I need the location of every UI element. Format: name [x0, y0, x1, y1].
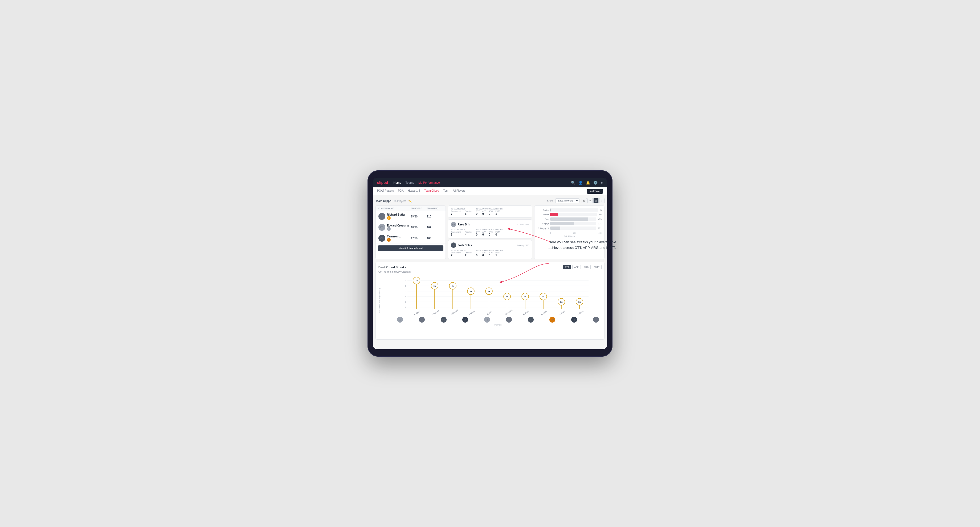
player-details: Richard Butler 1	[387, 213, 405, 220]
card-name: RB Rees Britt	[451, 222, 470, 227]
svg-text:R. Butler: R. Butler	[558, 310, 566, 315]
add-team-button[interactable]: Add Team	[587, 189, 603, 194]
player-cards: Total Rounds Tournament 7 Practice	[448, 205, 532, 259]
bronze-badge: 3	[387, 238, 391, 242]
player-badge: 1	[387, 216, 405, 220]
bar-track	[550, 208, 598, 211]
svg-text:7x: 7x	[415, 279, 418, 282]
show-select[interactable]: Last 3 months	[555, 198, 579, 203]
player-card-0[interactable]: Total Rounds Tournament 7 Practice	[448, 205, 532, 218]
nav-my-performance[interactable]: My Performance	[418, 181, 440, 185]
table-row[interactable]: RB Richard Butler 1	[376, 211, 445, 222]
player-details: Cameron... 3	[387, 235, 401, 242]
view-leaderboard-button[interactable]: View Full Leaderboard	[378, 245, 444, 251]
filter-putt[interactable]: PUTT	[592, 265, 601, 269]
tablet-screen: clippd Home Teams My Performance 🔍 👤 🔔 ⚙…	[373, 178, 607, 349]
bar-track	[550, 217, 596, 221]
col-pb-avg: PB AVG SQ	[427, 207, 443, 210]
svg-text:3x: 3x	[560, 301, 563, 303]
subnav-links: PGAT Players PGA Hcaps 1-5 Team Clippd T…	[377, 189, 465, 193]
streaks-title: Best Round Streaks	[379, 266, 406, 269]
edit-icon[interactable]: ✏️	[408, 200, 412, 203]
card-rounds: Total Rounds Tournament 8 Practice	[451, 229, 472, 236]
svg-text:5x: 5x	[470, 290, 472, 292]
bar-label: Eagles	[537, 209, 549, 211]
svg-text:R. Britt: R. Britt	[487, 311, 493, 315]
player-info-0: RB Richard Butler 1	[379, 213, 411, 220]
x-axis-title: Players	[395, 324, 601, 326]
gold-badge: 1	[387, 216, 391, 220]
navbar-actions: 🔍 👤 🔔 ⚙️ ●	[571, 181, 603, 185]
card-activities: Total Practice Activities OTT 0 APP	[476, 249, 503, 257]
player-details: Edward Crossman 2	[387, 224, 410, 231]
subnav-all-players[interactable]: All Players	[453, 189, 465, 193]
view-icons: ⊞ ≡ ⊟ ↓	[582, 198, 605, 203]
bar-value: 311	[598, 222, 601, 225]
nav-teams[interactable]: Teams	[406, 181, 414, 185]
svg-text:C. Quick: C. Quick	[577, 310, 584, 315]
bar-value: 499	[598, 218, 601, 221]
subnav-pgat[interactable]: PGAT Players	[377, 189, 394, 193]
bar-row: Pars499	[537, 217, 601, 221]
card-stats-right: Total Practice Activities OTT 0 APP	[476, 208, 503, 215]
svg-text:B. McHerg: B. McHerg	[431, 310, 440, 315]
player-list-header: PLAYER NAME PB SCORE PB AVG SQ	[376, 206, 445, 211]
svg-text:E. Ebert: E. Ebert	[414, 310, 420, 315]
detail-view-icon[interactable]: ⊟	[593, 198, 599, 203]
bar-fill	[550, 227, 560, 230]
card-activities: Total Practice Activities OTT 0 APP	[476, 229, 503, 236]
bar-row: Bogeys311	[537, 222, 601, 225]
avatar: BF	[528, 317, 534, 322]
bar-track	[550, 227, 596, 230]
bar-row: D. Bogeys +131	[537, 227, 601, 230]
subnav-tour[interactable]: Tour	[444, 189, 449, 193]
y-axis-label: Best Streak, Fairway Accuracy	[379, 275, 380, 326]
stats-tournament: Tournament 7	[451, 210, 461, 215]
bar-fill	[550, 222, 574, 225]
card-rounds: Total Rounds Tournament 7 Practice	[451, 249, 472, 257]
list-view-icon[interactable]: ≡	[587, 198, 593, 203]
player-card-rees-britt[interactable]: RB Rees Britt 02 Sep 2023 Total Rounds	[448, 219, 532, 238]
subnav-team-clippd[interactable]: Team Clippd	[424, 189, 439, 193]
subnav-hcaps[interactable]: Hcaps 1-5	[408, 189, 420, 193]
bar-track	[550, 222, 596, 225]
table-row[interactable]: EC Edward Crossman 2	[376, 222, 445, 233]
filter-ott[interactable]: OTT	[563, 265, 571, 269]
streaks-chart: Best Streak, Fairway Accuracy 7 6	[379, 275, 601, 337]
chart-panel: Eagles3Birdies96Pars499Bogeys311D. Bogey…	[534, 205, 605, 259]
grid-view-icon[interactable]: ⊞	[582, 198, 587, 203]
bar-chart: Eagles3Birdies96Pars499Bogeys311D. Bogey…	[537, 208, 601, 234]
settings-icon[interactable]: ⚙️	[593, 181, 598, 185]
three-col-layout: PLAYER NAME PB SCORE PB AVG SQ RB Richar…	[375, 205, 605, 259]
search-icon[interactable]: 🔍	[571, 181, 575, 185]
avatar-icon[interactable]: ●	[601, 181, 603, 185]
svg-text:6x: 6x	[434, 285, 436, 287]
streaks-section: Best Round Streaks OTT APP ARG PUTT Off …	[375, 262, 605, 340]
svg-text:4x: 4x	[524, 295, 527, 298]
card-stats-left: Total Rounds Tournament 7 Practice	[451, 208, 472, 215]
svg-text:D. Billingham: D. Billingham	[449, 309, 459, 315]
table-row[interactable]: CA Cameron... 3 1	[376, 233, 445, 244]
subnav-pga[interactable]: PGA	[398, 189, 403, 193]
show-controls: Show Last 3 months ⊞ ≡ ⊟ ↓	[547, 198, 605, 203]
streaks-subtitle: Off The Tee, Fairway Accuracy	[379, 270, 601, 273]
bar-label: Bogeys	[537, 222, 549, 225]
filter-arg[interactable]: ARG	[582, 265, 591, 269]
avatar: JC	[462, 317, 468, 322]
avatar: BM	[419, 317, 425, 322]
avatar: DB	[441, 317, 447, 322]
bar-value: 3	[600, 209, 601, 211]
avatar: EC	[506, 317, 512, 322]
nav-home[interactable]: Home	[393, 181, 401, 185]
svg-text:6x: 6x	[452, 285, 454, 287]
user-icon[interactable]: 👤	[578, 181, 583, 185]
player-list: PLAYER NAME PB SCORE PB AVG SQ RB Richar…	[375, 205, 446, 259]
svg-text:5x: 5x	[488, 290, 490, 292]
filter-app[interactable]: APP	[572, 265, 581, 269]
export-icon[interactable]: ↓	[599, 198, 605, 203]
bell-icon[interactable]: 🔔	[586, 181, 590, 185]
bar-value: 131	[598, 227, 601, 229]
player-card-josh-coles[interactable]: JC Josh Coles 26 Aug 2023 Total Rounds	[448, 240, 532, 259]
bar-track	[550, 213, 597, 216]
svg-text:4: 4	[405, 295, 406, 298]
